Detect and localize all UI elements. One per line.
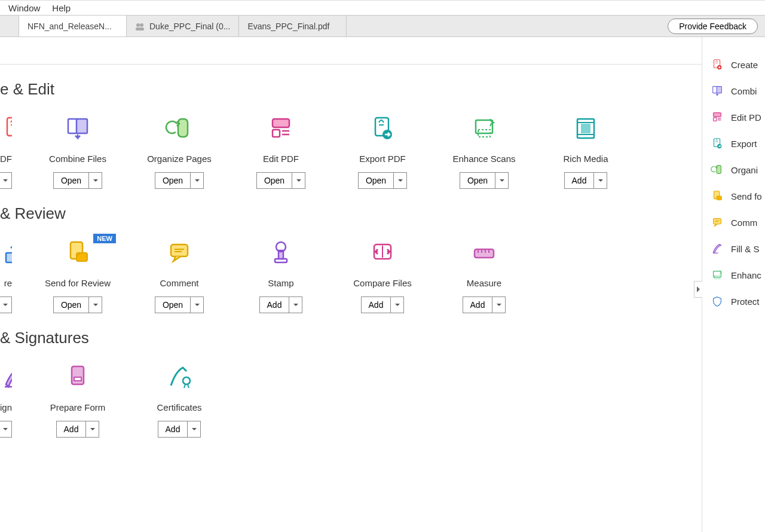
add-button[interactable]: Add — [362, 297, 391, 313]
export-pdf-icon — [368, 114, 397, 143]
tool-card-send-review[interactable]: NEWSend for ReviewOpen — [42, 239, 114, 313]
shared-icon — [135, 22, 145, 31]
rpanel-item-protect[interactable]: Protect — [711, 288, 765, 314]
tab-label: NFN_and_ReleaseN... — [27, 22, 112, 31]
tool-card-enhance-scans[interactable]: Enhance ScansOpen — [448, 114, 520, 189]
tools-panel: e & Edite PDFCombine FilesOpenOrganize P… — [0, 65, 702, 532]
tool-label: Sign — [0, 402, 12, 412]
tool-card-stamp[interactable]: StampAdd — [245, 239, 317, 313]
svg-rect-27 — [136, 27, 144, 30]
rpanel-item-edit-pdf[interactable]: Edit PD — [711, 104, 765, 130]
rpanel-label: Fill & S — [731, 244, 760, 254]
open-button[interactable]: Open — [54, 173, 88, 188]
open-button[interactable]: Open — [257, 173, 292, 188]
open-button[interactable]: Open — [155, 173, 190, 188]
tool-card-certificates[interactable]: CertificatesAdd — [143, 363, 215, 438]
dropdown-caret[interactable] — [0, 173, 11, 188]
add-button[interactable]: Add — [158, 421, 188, 437]
organize-pages-icon — [711, 163, 724, 176]
open-button[interactable]: Open — [460, 173, 495, 188]
open-button[interactable]: Open — [155, 297, 190, 313]
comment-icon — [165, 239, 194, 267]
section-title: & Review — [0, 204, 702, 223]
export-pdf-icon — [711, 137, 724, 150]
dropdown-caret[interactable] — [85, 421, 99, 437]
enhance-scans-icon — [470, 114, 498, 143]
dropdown-caret[interactable] — [190, 173, 203, 188]
tool-label: Compare Files — [353, 278, 412, 288]
tool-card-edit-pdf[interactable]: Edit PDFOpen — [245, 114, 317, 189]
tool-card-rich-media[interactable]: Rich MediaAdd — [550, 114, 622, 189]
combine-files-icon — [63, 114, 92, 143]
rpanel-item-export-pdf[interactable]: Export — [711, 130, 765, 157]
provide-feedback-button[interactable]: Provide Feedback — [668, 19, 758, 34]
tab-3[interactable]: Evans_PPC_Final.pdf — [239, 16, 347, 36]
menubar: Window Help — [0, 0, 765, 16]
rpanel-item-combine-files[interactable]: Combi — [711, 78, 765, 104]
rpanel-item-send-review[interactable]: Send fo — [711, 183, 765, 209]
add-button[interactable]: Add — [565, 173, 594, 188]
combine-files-icon — [711, 84, 724, 97]
tool-card-prepare-form[interactable]: Prepare FormAdd — [42, 363, 114, 438]
tab-home[interactable] — [0, 16, 19, 36]
fill-sign-icon — [0, 363, 12, 392]
rpanel-item-create-pdf[interactable]: Create — [711, 51, 765, 78]
dropdown-caret[interactable] — [390, 297, 403, 313]
protect-icon — [711, 295, 724, 308]
tool-card-export-pdf[interactable]: Export PDFOpen — [347, 114, 418, 189]
collapse-panel-button[interactable] — [694, 281, 702, 298]
tool-label: Comment — [160, 278, 198, 288]
dropdown-caret[interactable] — [289, 297, 302, 313]
rich-media-icon — [571, 114, 600, 143]
add-button[interactable]: Add — [260, 297, 289, 313]
dropdown-caret[interactable] — [88, 173, 102, 188]
open-button[interactable]: Open — [359, 173, 393, 188]
dropdown-caret[interactable] — [593, 173, 607, 188]
rpanel-label: Organi — [731, 165, 758, 175]
dropdown-caret[interactable] — [292, 173, 305, 188]
rpanel-label: Comm — [731, 218, 757, 228]
section-title: & Signatures — [0, 329, 702, 347]
add-button[interactable]: Add — [57, 421, 86, 437]
rpanel-item-comment[interactable]: Comm — [711, 209, 765, 236]
menu-help[interactable]: Help — [46, 2, 76, 14]
tool-label: Prepare Form — [50, 402, 106, 412]
tool-card-organize-pages[interactable]: Organize PagesOpen — [143, 114, 215, 189]
open-button[interactable]: Open — [54, 297, 88, 313]
svg-point-25 — [136, 23, 140, 27]
tool-card-comment[interactable]: CommentOpen — [143, 239, 215, 313]
tool-label: Measure — [467, 278, 501, 288]
tab-1[interactable]: NFN_and_ReleaseN... — [19, 16, 127, 36]
dropdown-caret[interactable] — [0, 421, 11, 437]
tool-card-share[interactable]: re — [0, 239, 12, 313]
dropdown-caret[interactable] — [190, 297, 203, 313]
rpanel-item-fill-sign[interactable]: Fill & S — [711, 236, 765, 262]
rpanel-item-enhance-scans[interactable]: Enhanc — [711, 262, 765, 288]
tool-card-fill-sign[interactable]: Sign — [0, 363, 12, 438]
enhance-scans-icon — [711, 268, 724, 282]
tool-card-measure[interactable]: MeasureAdd — [448, 239, 520, 313]
rpanel-label: Create — [731, 60, 758, 70]
tool-label: Combine Files — [49, 154, 106, 164]
tool-label: Enhance Scans — [452, 154, 515, 164]
tab-label: Duke_PPC_Final (0... — [149, 22, 230, 31]
dropdown-caret[interactable] — [495, 173, 508, 188]
dropdown-caret[interactable] — [393, 173, 406, 188]
rpanel-item-organize-pages[interactable]: Organi — [711, 157, 765, 183]
tool-card-combine-files[interactable]: Combine FilesOpen — [42, 114, 114, 189]
dropdown-caret[interactable] — [187, 421, 200, 437]
rpanel-label: Export — [731, 139, 757, 149]
menu-window[interactable]: Window — [2, 2, 46, 14]
dropdown-caret[interactable] — [492, 297, 505, 313]
tool-card-create-pdf[interactable]: e PDF — [0, 114, 12, 189]
tab-2[interactable]: Duke_PPC_Final (0... — [127, 16, 239, 36]
tool-card-compare[interactable]: Compare FilesAdd — [347, 239, 418, 313]
dropdown-caret[interactable] — [0, 297, 11, 313]
fill-sign-icon — [711, 242, 724, 255]
stamp-icon — [267, 239, 295, 267]
rpanel-label: Edit PD — [731, 112, 761, 123]
add-button[interactable]: Add — [463, 297, 492, 313]
tool-label: re — [4, 278, 12, 288]
dropdown-caret[interactable] — [88, 297, 102, 313]
create-pdf-icon — [711, 58, 724, 71]
